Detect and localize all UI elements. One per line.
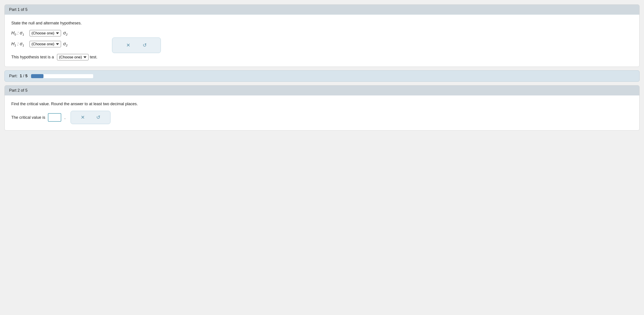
h0-row: H0 : σ1 (Choose one) < > = ≠ ≤ ≥ σ2 — [11, 30, 99, 37]
progress-bar-track — [31, 74, 93, 78]
part1-x-button[interactable]: ✕ — [124, 42, 132, 49]
progress-separator: / — [23, 74, 24, 78]
test-type-suffix: test. — [90, 55, 98, 60]
part2-header-label: Part 2 of 5 — [9, 88, 28, 93]
test-type-row: This hypothesis test is a (Choose one) l… — [11, 54, 99, 60]
part1-instruction: State the null and alternate hypotheses. — [11, 21, 633, 26]
progress-label: Part: 1 / 5 — [9, 74, 28, 78]
h1-relation-dropdown[interactable]: (Choose one) < > = ≠ ≤ ≥ — [30, 41, 61, 47]
part1-action-box: ✕ ↺ — [112, 38, 161, 53]
h0-label: H0 : σ1 — [11, 31, 27, 36]
h1-sigma2-label: σ2 — [63, 41, 68, 47]
progress-bar-section: Part: 1 / 5 — [4, 70, 640, 82]
part2-header: Part 2 of 5 — [5, 86, 639, 96]
critical-value-input[interactable] — [48, 113, 61, 122]
part1-section: Part 1 of 5 State the null and alternate… — [4, 5, 640, 67]
test-type-prefix: This hypothesis test is a — [11, 55, 54, 60]
part2-section: Part 2 of 5 Find the critical value. Rou… — [4, 85, 640, 131]
part2-undo-button[interactable]: ↺ — [94, 114, 102, 121]
part2-instruction: Find the critical value. Round the answe… — [11, 102, 633, 106]
h1-row: H1 : σ1 (Choose one) < > = ≠ ≤ ≥ σ2 — [11, 41, 99, 47]
part2-x-button[interactable]: ✕ — [79, 114, 86, 121]
part1-undo-button[interactable]: ↺ — [141, 42, 148, 49]
part2-body: Find the critical value. Round the answe… — [5, 96, 639, 130]
progress-current: 1 — [20, 74, 22, 78]
hypothesis-and-actions: H0 : σ1 (Choose one) < > = ≠ ≤ ≥ σ2 — [11, 30, 633, 60]
part1-body: State the null and alternate hypotheses.… — [5, 15, 639, 67]
h0-relation-dropdown[interactable]: (Choose one) < > = ≠ ≤ ≥ — [30, 30, 61, 37]
part1-header-label: Part 1 of 5 — [9, 7, 28, 12]
h1-label: H1 : σ1 — [11, 41, 27, 47]
progress-bar-fill — [31, 74, 44, 78]
critical-value-dot: . — [64, 115, 66, 120]
progress-total: 5 — [25, 74, 28, 78]
critical-value-label: The critical value is — [11, 115, 45, 120]
hypothesis-rows: H0 : σ1 (Choose one) < > = ≠ ≤ ≥ σ2 — [11, 30, 99, 60]
h0-sigma2-label: σ2 — [63, 31, 68, 36]
part1-header: Part 1 of 5 — [5, 5, 639, 15]
critical-value-row: The critical value is . ✕ ↺ — [11, 111, 633, 124]
part2-action-box: ✕ ↺ — [70, 111, 110, 124]
test-type-dropdown[interactable]: (Choose one) left-tailed right-tailed tw… — [57, 54, 88, 60]
